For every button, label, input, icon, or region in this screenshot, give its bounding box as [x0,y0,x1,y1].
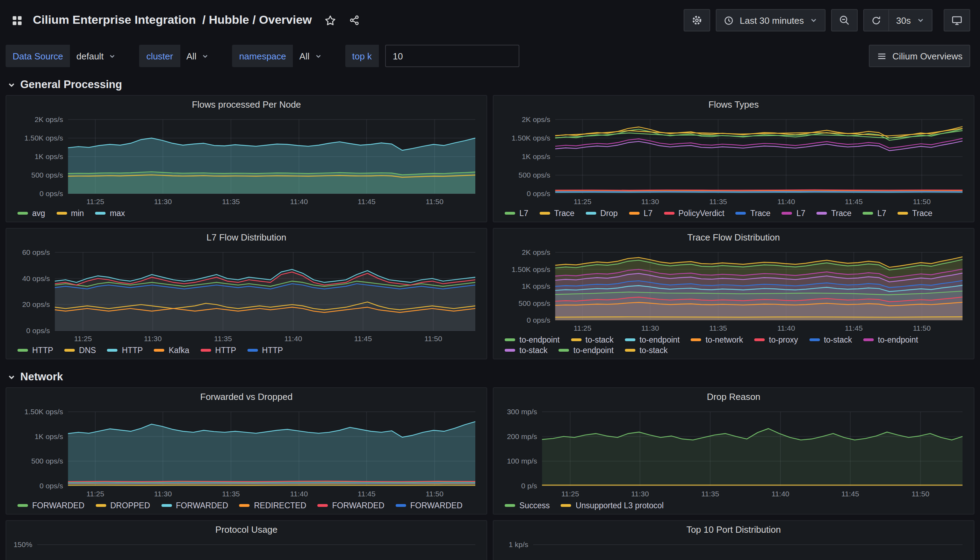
legend-item[interactable]: to-stack [625,346,668,355]
svg-text:0 ops/s: 0 ops/s [527,316,551,324]
svg-text:40 ops/s: 40 ops/s [22,274,50,282]
refresh-button[interactable] [863,9,888,32]
chevron-down-icon [201,52,209,60]
panel-title[interactable]: Protocol Usage [6,521,486,539]
legend-item[interactable]: to-stack [571,336,614,344]
drop-reason-chart[interactable]: 0 p/s100 mp/s200 mp/s300 mp/s11:2511:301… [497,406,970,500]
legend-item[interactable]: Success [505,501,550,510]
svg-text:11:50: 11:50 [424,335,442,343]
panel-title[interactable]: Forwarded vs Dropped [6,388,486,406]
legend-swatch-icon [505,504,515,507]
legend-item[interactable]: HTTP [17,346,53,355]
namespace-picker[interactable]: All [293,45,329,67]
legend-item[interactable]: DROPPED [96,501,150,510]
legend-label: DNS [79,346,96,355]
legend-item[interactable]: L7 [863,209,886,217]
legend-item[interactable]: to-endpoint [505,336,559,344]
legend-item[interactable]: Drop [586,209,618,217]
legend-item[interactable]: max [95,209,125,217]
legend-swatch-icon [64,349,75,352]
forwarded-dropped-chart[interactable]: 0 ops/s500 ops/s1K ops/s1.50K ops/s11:25… [10,406,483,500]
cilium-overviews-button[interactable]: Cilium Overviews [869,45,970,67]
chevron-down-icon [314,52,322,60]
legend-item[interactable]: Kafka [154,346,190,355]
legend-swatch-icon [505,338,515,341]
legend-item[interactable]: HTTP [107,346,143,355]
chevron-down-icon [809,16,818,25]
legend-label: HTTP [262,346,283,355]
legend-item[interactable]: to-endpoint [625,336,680,344]
legend-item[interactable]: Trace [817,209,851,217]
legend-item[interactable]: FORWARDED [17,501,85,510]
legend-swatch-icon [17,212,28,215]
legend-swatch-icon [736,212,746,215]
legend-item[interactable]: Trace [540,209,574,217]
legend-item[interactable]: L7 [782,209,805,217]
legend-item[interactable]: FORWARDED [317,501,384,510]
trace-flow-chart[interactable]: 0 ops/s500 ops/s1K ops/s1.50K ops/s2K op… [497,247,970,334]
kiosk-mode-button[interactable] [943,9,970,32]
star-button[interactable] [323,13,338,28]
legend-label: to-stack [586,336,614,344]
panel-title[interactable]: L7 Flow Distribution [6,228,486,247]
legend-item[interactable]: min [56,209,84,217]
share-button[interactable] [348,13,361,27]
panel-title[interactable]: Drop Reason [494,388,974,406]
legend-item[interactable]: Unsupported L3 protocol [561,501,664,510]
legend-label: REDIRECTED [254,501,306,510]
legend: SuccessUnsupported L3 protocol [494,500,974,514]
section-general-processing[interactable]: General Processing [0,73,980,95]
svg-text:11:30: 11:30 [144,335,162,343]
legend-item[interactable]: REDIRECTED [240,501,306,510]
cluster-picker[interactable]: All [180,45,215,67]
datasource-picker[interactable]: default [70,45,123,67]
legend-swatch-icon [691,338,701,341]
legend-item[interactable]: to-endpoint [559,346,614,355]
zoom-out-button[interactable] [831,9,858,32]
dashboard-folder-title[interactable]: Cilium Enterprise Integration [33,13,196,27]
title-actions [323,13,361,28]
svg-text:1K ops/s: 1K ops/s [35,432,63,440]
legend-item[interactable]: to-stack [505,346,547,355]
legend-item[interactable]: HTTP [201,346,236,355]
panel-title[interactable]: Trace Flow Distribution [494,228,974,247]
legend-item[interactable]: HTTP [248,346,283,355]
legend-label: Trace [554,209,574,217]
panel-title[interactable]: Top 10 Port Distribution [494,521,974,539]
svg-text:11:45: 11:45 [845,198,863,205]
panel-title[interactable]: Flows Types [494,96,974,114]
legend-item[interactable]: to-endpoint [863,336,918,344]
legend-label: L7 [644,209,652,217]
legend-item[interactable]: to-proxy [754,336,798,344]
dashboard-page: Cilium Enterprise Integration / Hubble /… [0,0,980,560]
legend-item[interactable]: FORWARDED [161,501,228,510]
flows-processed-chart[interactable]: 0 ops/s500 ops/s1K ops/s1.50K ops/s2K op… [10,114,483,208]
port-distribution-chart[interactable]: 1 kp/s [497,539,970,560]
legend-item[interactable]: L7 [629,209,652,217]
topk-input[interactable] [385,45,519,67]
legend-item[interactable]: FORWARDED [396,501,463,510]
legend: FORWARDEDDROPPEDFORWARDEDREDIRECTEDFORWA… [6,500,486,514]
svg-text:11:45: 11:45 [845,324,863,332]
legend-item[interactable]: to-network [691,336,743,344]
legend-item[interactable]: Trace [897,209,932,217]
legend-item[interactable]: Trace [736,209,770,217]
l7-flow-chart[interactable]: 0 ops/s20 ops/s40 ops/s60 ops/s11:2511:3… [10,247,483,345]
legend-swatch-icon [17,349,28,352]
section-network[interactable]: Network [0,365,980,387]
flows-types-chart[interactable]: 0 ops/s500 ops/s1K ops/s1.50K ops/s2K op… [497,114,970,208]
legend-label: to-network [705,336,743,344]
svg-text:11:35: 11:35 [709,198,727,205]
cilium-overviews-label: Cilium Overviews [892,51,963,61]
legend-item[interactable]: DNS [64,346,96,355]
dashboard-settings-button[interactable] [684,9,710,32]
legend-item[interactable]: L7 [505,209,528,217]
legend-item[interactable]: avg [17,209,45,217]
legend-item[interactable]: to-stack [809,336,852,344]
legend-item[interactable]: PolicyVerdict [664,209,724,217]
protocol-usage-chart[interactable]: 150% [10,539,483,560]
panel-title[interactable]: Flows processed Per Node [6,96,486,114]
refresh-interval-picker[interactable]: 30s [888,9,932,32]
dashboards-menu-button[interactable] [10,13,25,28]
time-range-picker[interactable]: Last 30 minutes [716,9,826,32]
